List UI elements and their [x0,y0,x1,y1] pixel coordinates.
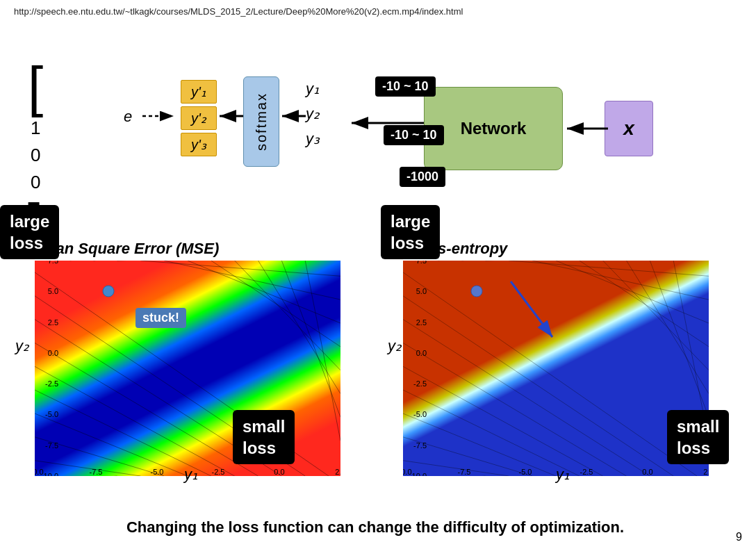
right-chart-title: Cross-entropy [403,240,709,258]
tooltip-3: -1000 [400,167,445,187]
e-label: e [124,108,132,126]
top-diagram: [ 1 0 0 ] e y'₁ y'₂ y'₃ softma [7,38,743,198]
y2-output: y₂ [306,105,320,123]
matrix-values: 1 0 0 [29,115,42,196]
y1-output: y₁ [306,80,320,98]
blue-arrow [500,274,570,358]
network-box: Network [424,87,563,170]
y2-axis-right: y₂ [388,337,402,355]
y3-output: y₃ [306,130,320,148]
x-box: x [605,101,653,156]
bottom-caption: Changing the loss function can change th… [0,518,750,536]
y1-axis-left: y₁ [184,466,198,484]
softmax-label: softmax [254,92,270,151]
left-chart-title: Mean Square Error (MSE) [35,240,340,258]
large-loss-left: largeloss [0,205,59,259]
large-loss-right: largeloss [381,205,440,259]
charts-section: largeloss largeloss smallloss smallloss … [0,205,756,511]
dotted-arrow [139,108,181,124]
small-loss-left: smallloss [233,410,295,464]
y-output-group: y₁ y₂ y₃ [306,80,320,148]
y2-axis-left: y₂ [15,337,29,355]
y1-axis-right: y₁ [556,466,570,484]
url-bar: http://speech.ee.ntu.edu.tw/~tlkagk/cour… [14,6,375,18]
small-loss-right: smallloss [667,410,729,464]
y-prime-group: y'₁ y'₂ y'₃ [181,80,217,156]
stuck-label: stuck! [135,308,186,328]
svg-line-11 [511,281,552,337]
tooltip-2: -10 ~ 10 [384,125,444,145]
softmax-box: softmax [243,76,279,167]
page-number: 9 [736,531,742,543]
tooltip-1: -10 ~ 10 [375,76,436,97]
x-to-network-arrow [563,120,611,137]
y-prime-2: y'₂ [181,106,217,130]
y-prime-1: y'₁ [181,80,217,104]
y-prime-3: y'₃ [181,133,217,156]
